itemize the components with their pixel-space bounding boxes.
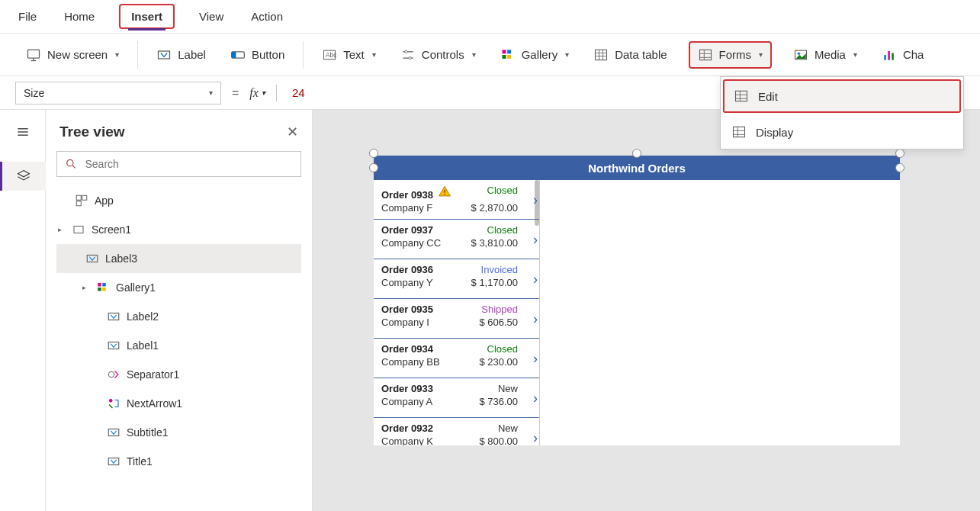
order-row[interactable]: Order 0936 Invoiced Company Y $ 1,170.00… bbox=[374, 259, 539, 299]
chevron-right-icon[interactable]: › bbox=[533, 191, 538, 207]
resize-handle[interactable] bbox=[895, 163, 904, 172]
order-status: Invoiced bbox=[481, 264, 532, 275]
media-button[interactable]: Media ▾ bbox=[790, 43, 860, 67]
treeview-rail-button[interactable] bbox=[0, 162, 46, 191]
menu-insert-highlight: Insert bbox=[119, 4, 175, 29]
forms-icon bbox=[731, 124, 747, 140]
menu-file[interactable]: File bbox=[15, 2, 40, 31]
order-company: Company BB bbox=[381, 356, 440, 368]
search-input[interactable] bbox=[84, 157, 294, 171]
order-id: Order 0938 bbox=[381, 189, 433, 201]
app-title-bar[interactable]: Northwind Orders bbox=[374, 156, 900, 180]
tree: App ▸ Screen1 Label3 ▸ Gallery1 Label2 bbox=[56, 186, 301, 476]
menu-icon bbox=[15, 124, 31, 140]
order-status: Closed bbox=[487, 343, 532, 355]
controls-btn-label: Controls bbox=[422, 48, 464, 61]
equals-label: = bbox=[232, 86, 239, 100]
canvas[interactable]: Northwind Orders Order 0938 Closed Compa… bbox=[313, 110, 980, 511]
tree-node-subtitle1[interactable]: Subtitle1 bbox=[56, 418, 301, 447]
resize-handle[interactable] bbox=[895, 149, 904, 158]
order-amount: $ 736.00 bbox=[479, 396, 532, 407]
tree-node-title1[interactable]: Title1 bbox=[56, 447, 301, 476]
formula-value[interactable]: 24 bbox=[288, 86, 305, 99]
datatable-button[interactable]: Data table bbox=[590, 43, 670, 67]
order-amount: $ 2,870.00 bbox=[471, 202, 532, 214]
menu-action[interactable]: Action bbox=[248, 2, 286, 31]
order-row[interactable]: Order 0933 New Company A $ 736.00 › bbox=[374, 378, 539, 418]
forms-btn-label: Forms bbox=[719, 48, 752, 61]
order-id: Order 0933 bbox=[381, 383, 433, 394]
order-row[interactable]: Order 0937 Closed Company CC $ 3,810.00 … bbox=[374, 220, 539, 259]
tree-node-app[interactable]: App bbox=[56, 186, 301, 215]
order-status: New bbox=[498, 383, 532, 394]
chevron-down-icon: ▾ bbox=[372, 50, 376, 59]
property-select[interactable]: Size ▾ bbox=[15, 82, 221, 104]
fx-button[interactable]: fx▾ bbox=[249, 86, 265, 100]
orders-gallery[interactable]: Order 0938 Closed Company F $ 2,870.00 ›… bbox=[374, 180, 540, 445]
text-btn-label: Text bbox=[343, 48, 365, 61]
warning-icon bbox=[438, 185, 451, 198]
layers-icon bbox=[16, 169, 31, 184]
order-status: New bbox=[498, 423, 532, 434]
forms-edit-item[interactable]: Edit bbox=[723, 79, 961, 113]
chevron-right-icon[interactable]: › bbox=[533, 310, 538, 326]
chevron-right-icon[interactable]: › bbox=[533, 350, 538, 366]
charts-button[interactable]: Cha bbox=[879, 43, 927, 67]
resize-handle[interactable] bbox=[369, 163, 378, 172]
controls-button[interactable]: Controls ▾ bbox=[397, 43, 479, 67]
resize-handle[interactable] bbox=[632, 149, 641, 158]
order-row[interactable]: Order 0935 Shipped Company I $ 606.50 › bbox=[374, 299, 539, 339]
order-id: Order 0932 bbox=[381, 423, 433, 434]
tree-node-label3[interactable]: Label3 bbox=[56, 244, 301, 273]
label-button[interactable]: Label bbox=[153, 43, 209, 67]
resize-handle[interactable] bbox=[369, 149, 378, 158]
order-id: Order 0937 bbox=[381, 224, 433, 236]
menu-insert[interactable]: Insert bbox=[128, 2, 165, 31]
tree-node-separator1[interactable]: Separator1 bbox=[56, 360, 301, 389]
forms-display-item[interactable]: Display bbox=[721, 115, 963, 149]
order-status: Closed bbox=[487, 224, 532, 236]
controls-icon bbox=[400, 47, 416, 63]
search-icon bbox=[65, 157, 78, 171]
tree-search[interactable] bbox=[56, 151, 301, 177]
hamburger-button[interactable] bbox=[8, 117, 38, 146]
new-screen-button[interactable]: New screen ▾ bbox=[23, 43, 122, 67]
chevron-right-icon[interactable]: › bbox=[533, 231, 538, 247]
tree-node-gallery1[interactable]: ▸ Gallery1 bbox=[56, 273, 301, 302]
button-button[interactable]: Button bbox=[227, 43, 288, 67]
chevron-down-icon: ▾ bbox=[853, 50, 857, 59]
forms-button[interactable]: Forms ▾ bbox=[689, 41, 773, 69]
property-label: Size bbox=[24, 87, 44, 99]
app-icon bbox=[75, 194, 88, 207]
chevron-right-icon[interactable]: › bbox=[533, 271, 538, 287]
tree-node-nextarrow1[interactable]: NextArrow1 bbox=[56, 389, 301, 418]
menu-view[interactable]: View bbox=[196, 2, 227, 31]
tree-node-screen1[interactable]: ▸ Screen1 bbox=[56, 215, 301, 244]
menubar: File Home Insert View Action bbox=[0, 0, 980, 34]
text-icon bbox=[322, 47, 337, 63]
tree-label: Label3 bbox=[105, 252, 137, 265]
chevron-down-icon: ▾ bbox=[262, 88, 265, 97]
order-row[interactable]: Order 0934 Closed Company BB $ 230.00 › bbox=[374, 339, 539, 378]
order-row[interactable]: Order 0938 Closed Company F $ 2,870.00 › bbox=[374, 180, 539, 220]
order-row[interactable]: Order 0932 New Company K $ 800.00 › bbox=[374, 418, 539, 445]
media-icon bbox=[793, 47, 808, 63]
order-company: Company Y bbox=[381, 277, 433, 288]
menu-home[interactable]: Home bbox=[61, 2, 98, 31]
left-rail bbox=[0, 110, 46, 511]
chevron-right-icon[interactable]: › bbox=[533, 390, 538, 406]
close-icon[interactable]: ✕ bbox=[287, 124, 298, 140]
tree-node-label2[interactable]: Label2 bbox=[56, 302, 301, 331]
order-status: Closed bbox=[487, 185, 532, 201]
separator-icon bbox=[107, 368, 120, 381]
tree-node-label1[interactable]: Label1 bbox=[56, 331, 301, 360]
gallery-button[interactable]: Gallery ▾ bbox=[497, 43, 573, 67]
media-btn-label: Media bbox=[815, 48, 846, 61]
order-amount: $ 606.50 bbox=[479, 317, 532, 328]
datatable-icon bbox=[593, 47, 609, 63]
label-icon bbox=[107, 455, 120, 468]
chevron-right-icon[interactable]: › bbox=[533, 429, 538, 445]
divider bbox=[276, 85, 277, 101]
text-button[interactable]: Text ▾ bbox=[319, 43, 379, 67]
order-amount: $ 800.00 bbox=[479, 435, 532, 445]
